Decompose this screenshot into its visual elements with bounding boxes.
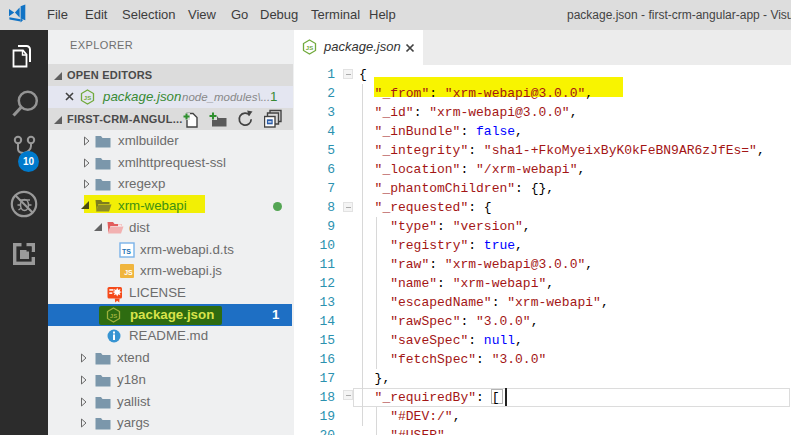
svg-text:JS: JS <box>110 312 117 318</box>
svg-text:TS: TS <box>122 247 131 254</box>
svg-text:JS: JS <box>84 95 91 101</box>
svg-text:JS: JS <box>306 45 313 51</box>
svg-text:JS: JS <box>124 269 133 276</box>
